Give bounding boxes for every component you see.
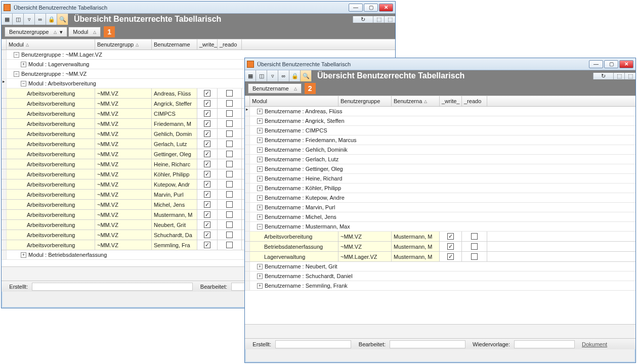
tree-group-row[interactable]: +Benutzername : Kutepow, Andre <box>245 193 635 203</box>
col-name[interactable]: Benutzername <box>152 39 197 50</box>
col-modul[interactable]: Modul <box>250 96 338 106</box>
table-row[interactable]: Lagerverwaltung~MM.Lager.VZMustermann, M… <box>245 252 635 262</box>
close-button[interactable]: ✕ <box>619 60 633 68</box>
tree-group-row[interactable]: +Benutzername : Heine, Richard <box>245 174 635 184</box>
cell-write[interactable]: ✓ <box>197 169 218 179</box>
expand-icon[interactable]: + <box>257 264 263 269</box>
checkbox-icon[interactable] <box>226 191 233 198</box>
tree-group-row[interactable]: +Benutzername : Gehlich, Dominik <box>245 145 635 155</box>
checkbox-icon[interactable]: ✓ <box>447 243 454 250</box>
cell-read[interactable] <box>462 252 487 261</box>
cell-read[interactable] <box>218 230 242 240</box>
cell-read[interactable] <box>218 200 242 209</box>
cell-read[interactable] <box>218 88 242 98</box>
cell-write[interactable]: ✓ <box>440 252 462 261</box>
collapse-icon[interactable]: − <box>257 224 263 230</box>
search-icon[interactable]: 🔍 <box>57 14 68 25</box>
checkbox-icon[interactable] <box>226 130 233 137</box>
group-chip-benutzergruppe[interactable]: Benutzergruppe△▾ <box>5 27 67 37</box>
group-by-row[interactable]: Benutzergruppe△▾ Modul△ 1 <box>2 25 395 39</box>
search-icon[interactable]: 🔍 <box>301 70 312 81</box>
cell-write[interactable]: ✓ <box>197 99 218 108</box>
tree-group-row[interactable]: +Benutzername : Friedemann, Marcus <box>245 135 635 145</box>
panel-icon[interactable]: ◫ <box>256 70 267 81</box>
expand-icon[interactable]: + <box>257 186 263 191</box>
checkbox-icon[interactable] <box>226 221 233 228</box>
expand-icon[interactable]: + <box>257 138 263 143</box>
checkbox-icon[interactable] <box>471 243 478 250</box>
collapse-icon[interactable]: − <box>21 81 26 86</box>
checkbox-icon[interactable] <box>226 100 233 107</box>
export-icon[interactable]: ⬚ <box>373 16 384 23</box>
cell-read[interactable] <box>218 210 242 219</box>
expand-icon[interactable]: + <box>257 147 263 153</box>
col-modul[interactable]: Modul△ <box>7 39 95 50</box>
cell-read[interactable] <box>218 159 242 169</box>
tree-group-row[interactable]: +Benutzername : Köhler, Philipp <box>245 184 635 193</box>
checkbox-icon[interactable] <box>226 181 233 188</box>
expand-icon[interactable]: + <box>257 128 263 133</box>
tree-group-row[interactable]: −Benutzername : Mustermann, Max <box>245 222 635 232</box>
tree-group-row[interactable]: +Benutzername : Semmling, Frank <box>245 281 635 291</box>
grid-body[interactable]: +Benutzername : Andreas, Flüss+Benutzern… <box>245 107 635 324</box>
col-name[interactable]: Benutzerna△ <box>392 96 440 106</box>
tree-group-row[interactable]: +Benutzername : Neubert, Grit <box>245 262 635 271</box>
export-icon[interactable]: ⬚ <box>613 73 624 79</box>
cell-write[interactable]: ✓ <box>197 220 218 230</box>
expand-icon[interactable]: + <box>257 176 263 181</box>
cell-read[interactable] <box>218 109 242 118</box>
cell-read[interactable] <box>218 220 242 230</box>
minimize-button[interactable]: — <box>589 60 603 68</box>
refresh-icon[interactable]: ↻ <box>593 73 613 79</box>
cell-write[interactable]: ✓ <box>197 159 218 169</box>
filter-icon[interactable]: ▿ <box>267 70 278 81</box>
col-read[interactable]: _reado <box>462 96 487 106</box>
checkbox-icon[interactable]: ✓ <box>204 110 210 117</box>
import-icon[interactable]: ⬚ <box>384 16 395 23</box>
maximize-button[interactable]: ▢ <box>604 60 618 68</box>
refresh-icon[interactable]: ↻ <box>353 16 373 23</box>
col-write[interactable]: _write_ <box>197 39 218 50</box>
tree-group-row[interactable]: +Benutzername : Gerlach, Lutz <box>245 155 635 164</box>
link-icon[interactable]: ∞ <box>35 14 46 25</box>
lock-icon[interactable]: 🔒 <box>289 70 301 81</box>
cell-write[interactable]: ✓ <box>197 88 218 98</box>
expand-icon[interactable]: + <box>257 109 263 114</box>
checkbox-icon[interactable]: ✓ <box>204 181 210 188</box>
checkbox-icon[interactable]: ✓ <box>204 100 210 107</box>
checkbox-icon[interactable] <box>226 242 233 248</box>
cell-write[interactable]: ✓ <box>197 190 218 199</box>
cell-read[interactable] <box>218 179 242 189</box>
checkbox-icon[interactable] <box>226 110 233 117</box>
checkbox-icon[interactable]: ✓ <box>204 221 210 228</box>
checkbox-icon[interactable] <box>226 90 233 97</box>
col-gruppe[interactable]: Benutzergruppe <box>338 96 392 106</box>
checkbox-icon[interactable]: ✓ <box>204 130 210 137</box>
cell-write[interactable]: ✓ <box>197 200 218 209</box>
col-gruppe[interactable]: Benutzergrupp△ <box>95 39 152 50</box>
checkbox-icon[interactable]: ✓ <box>447 253 454 260</box>
checkbox-icon[interactable]: ✓ <box>204 232 210 238</box>
table-row[interactable]: Betriebsdatenerfassung~MM.VZMustermann, … <box>245 242 635 252</box>
expand-icon[interactable]: + <box>257 274 263 279</box>
cell-read[interactable] <box>218 119 242 128</box>
col-write[interactable]: _write_ <box>440 96 462 106</box>
cell-write[interactable]: ✓ <box>197 210 218 219</box>
checkbox-icon[interactable]: ✓ <box>204 191 210 198</box>
cell-write[interactable]: ✓ <box>197 139 218 149</box>
cell-read[interactable] <box>218 169 242 179</box>
checkbox-icon[interactable] <box>226 120 233 127</box>
cell-read[interactable] <box>218 190 242 199</box>
grid-icon[interactable]: ▦ <box>2 14 13 25</box>
link-icon[interactable]: ∞ <box>278 70 289 81</box>
dokument-link[interactable]: Dokument <box>578 341 611 347</box>
tree-group-row[interactable]: +Benutzername : CIMPCS <box>245 126 635 135</box>
checkbox-icon[interactable] <box>226 151 233 157</box>
table-row[interactable]: Arbeitsvorbereitung~MM.VZMustermann, M✓ <box>245 232 635 242</box>
filter-icon[interactable]: ▿ <box>24 14 35 25</box>
cell-read[interactable] <box>462 242 487 251</box>
expand-icon[interactable]: + <box>257 195 263 201</box>
checkbox-icon[interactable]: ✓ <box>204 242 210 248</box>
tree-group-row[interactable]: +Benutzername : Angrick, Steffen <box>245 116 635 126</box>
cell-write[interactable]: ✓ <box>197 119 218 128</box>
